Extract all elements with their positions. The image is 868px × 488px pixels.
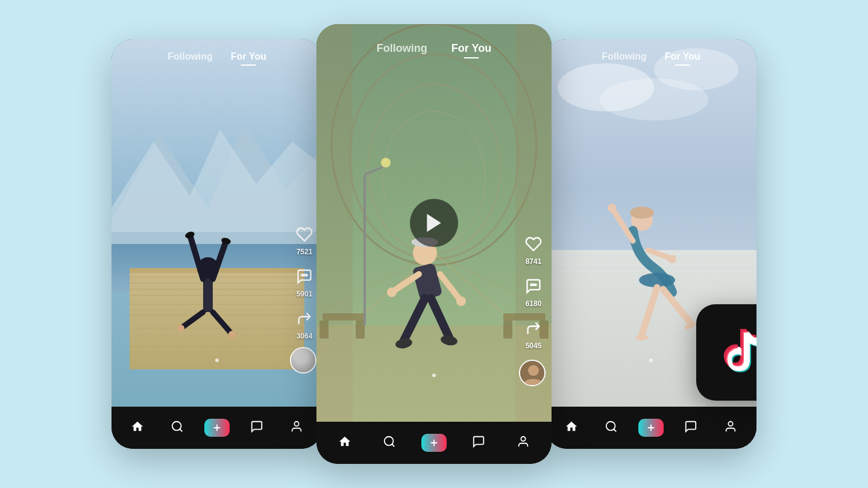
svg-point-70: [528, 365, 539, 376]
plus-button-right[interactable]: [638, 419, 664, 437]
tab-for-you-center[interactable]: For You: [451, 42, 491, 57]
svg-point-25: [304, 275, 305, 276]
like-count-left: 7521: [297, 248, 313, 256]
svg-point-24: [301, 275, 303, 276]
comment-action-center[interactable]: 6180: [523, 275, 544, 308]
svg-point-101: [728, 422, 732, 426]
svg-point-97: [606, 422, 615, 431]
svg-point-79: [600, 78, 708, 120]
header-tabs-left: Following For You: [112, 39, 322, 64]
profile-icon-center: [517, 435, 530, 451]
bottom-nav-center: [316, 422, 552, 464]
share-action-center[interactable]: 5045: [523, 318, 544, 350]
like-action-center[interactable]: 8741: [523, 233, 544, 266]
avatar-left[interactable]: [290, 347, 316, 374]
profile-icon-right: [724, 420, 737, 436]
tab-following-right[interactable]: Following: [602, 51, 647, 64]
heart-icon-center: [523, 233, 544, 255]
tab-for-you-left[interactable]: For You: [231, 51, 266, 64]
svg-point-52: [381, 158, 391, 167]
svg-point-68: [535, 284, 536, 286]
home-icon-left: [131, 420, 144, 436]
comment-action-left[interactable]: 5901: [294, 266, 315, 298]
phone-right: Following For You 4367: [546, 39, 756, 449]
nav-search-right[interactable]: [591, 420, 631, 436]
nav-plus-right[interactable]: [631, 419, 671, 437]
share-count-center: 5045: [526, 342, 542, 350]
search-icon-left: [171, 420, 184, 436]
side-actions-left: 7521 5901: [294, 224, 315, 340]
tiktok-logo: [696, 304, 756, 401]
svg-point-23: [228, 331, 236, 338]
svg-rect-48: [503, 321, 512, 339]
svg-point-22: [177, 325, 184, 332]
nav-plus-left[interactable]: [197, 419, 237, 437]
svg-line-28: [180, 429, 182, 431]
svg-point-75: [521, 437, 525, 441]
svg-line-98: [614, 429, 616, 431]
nav-inbox-center[interactable]: [456, 435, 501, 451]
play-button-center[interactable]: [410, 199, 458, 247]
svg-point-87: [608, 204, 616, 212]
svg-rect-47: [356, 321, 365, 339]
nav-home-right[interactable]: [552, 420, 591, 436]
svg-point-26: [306, 275, 307, 276]
tab-following-left[interactable]: Following: [168, 51, 213, 64]
inbox-icon-center: [472, 435, 485, 451]
svg-rect-46: [319, 321, 329, 339]
header-tabs-right: Following For You: [546, 39, 756, 64]
svg-rect-44: [322, 313, 365, 321]
svg-point-60: [456, 296, 466, 306]
home-icon-right: [565, 420, 578, 436]
share-icon-center: [523, 318, 544, 339]
nav-profile-right[interactable]: [711, 420, 750, 436]
nav-search-center[interactable]: [367, 435, 412, 451]
search-icon-right: [605, 420, 618, 436]
nav-profile-left[interactable]: [277, 420, 316, 436]
video-area-center[interactable]: Following For You 8741: [316, 24, 552, 422]
svg-point-85: [630, 207, 654, 219]
scroll-dot-center: [432, 374, 436, 377]
svg-rect-5: [130, 273, 304, 369]
tab-for-you-right[interactable]: For You: [665, 51, 700, 64]
svg-point-31: [294, 422, 298, 426]
phone-center: Following For You 8741: [316, 24, 552, 464]
plus-button-center[interactable]: [421, 434, 447, 452]
profile-icon-left: [290, 420, 303, 436]
nav-inbox-left[interactable]: [237, 420, 277, 436]
heart-icon-left: [294, 224, 315, 245]
inbox-icon-right: [684, 420, 697, 436]
comment-icon-left: [294, 266, 315, 287]
svg-point-59: [387, 287, 397, 297]
like-count-center: 8741: [526, 257, 542, 266]
home-icon-center: [338, 435, 351, 451]
search-icon-center: [383, 435, 396, 451]
scroll-dot-right: [649, 358, 653, 362]
bottom-nav-left: [112, 407, 322, 449]
svg-point-89: [668, 255, 676, 263]
bottom-nav-right: [546, 407, 756, 449]
phone-left: Following For You 7521: [112, 39, 322, 449]
svg-point-71: [385, 437, 394, 446]
nav-plus-center[interactable]: [412, 434, 456, 452]
plus-button-left[interactable]: [204, 419, 230, 437]
svg-rect-15: [203, 279, 213, 312]
avatar-center[interactable]: [519, 360, 546, 386]
phones-container: Following For You 7521: [112, 24, 756, 464]
svg-marker-65: [427, 214, 441, 232]
nav-search-left[interactable]: [157, 420, 197, 436]
share-action-left[interactable]: 3064: [294, 308, 315, 340]
share-count-left: 3064: [297, 332, 313, 340]
nav-home-left[interactable]: [118, 420, 157, 436]
video-area-left[interactable]: Following For You 7521: [112, 39, 322, 407]
comment-count-center: 6180: [526, 299, 542, 308]
tab-following-center[interactable]: Following: [377, 42, 427, 57]
side-actions-center: 8741 6180: [523, 233, 544, 350]
like-action-left[interactable]: 7521: [294, 224, 315, 256]
nav-profile-center[interactable]: [501, 435, 546, 451]
nav-inbox-right[interactable]: [671, 420, 711, 436]
header-tabs-center: Following For You: [316, 24, 552, 57]
share-icon-left: [294, 308, 315, 330]
nav-home-center[interactable]: [322, 435, 367, 451]
svg-point-27: [172, 422, 181, 431]
